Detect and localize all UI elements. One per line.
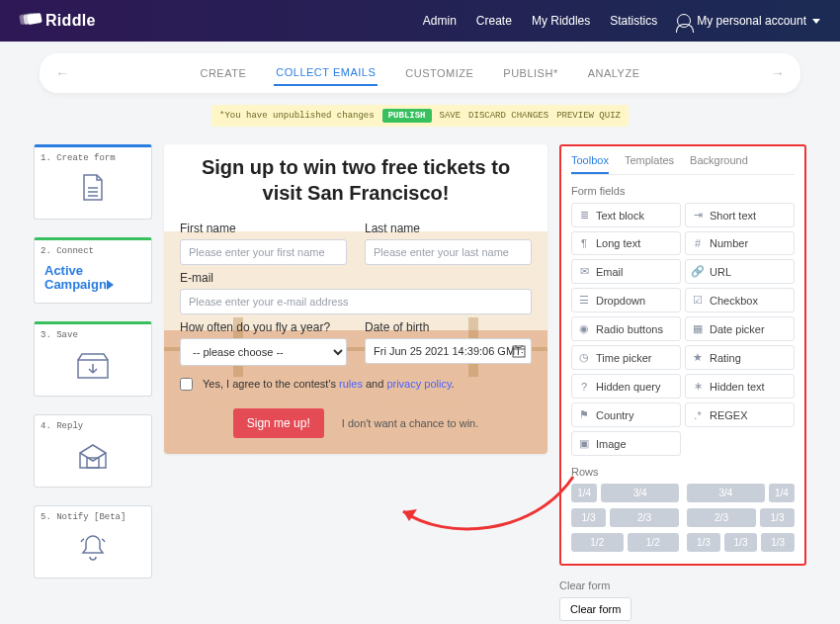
field-hidden-query[interactable]: ?Hidden query <box>571 374 681 399</box>
step-title: 4. Reply <box>41 421 145 431</box>
user-icon <box>677 14 691 28</box>
field-icon: ◉ <box>578 322 590 335</box>
calendar-icon[interactable] <box>512 344 526 358</box>
discard-button[interactable]: DISCARD CHANGES <box>468 111 548 121</box>
frequency-select[interactable]: -- please choose -- <box>180 338 347 366</box>
field-icon: # <box>692 237 704 249</box>
step-title: 2. Connect <box>41 246 145 256</box>
row-layout[interactable]: 1/21/2 <box>571 533 679 552</box>
step-create-form[interactable]: 1. Create form <box>34 144 152 220</box>
tab-collect-emails[interactable]: COLLECT EMAILS <box>274 60 378 86</box>
brand-icon <box>20 14 40 28</box>
account-menu[interactable]: My personal account <box>677 14 820 28</box>
field-time-picker[interactable]: ◷Time picker <box>571 345 681 370</box>
clear-form-button[interactable]: Clear form <box>559 597 631 621</box>
decline-link[interactable]: I don't want a chance to win. <box>342 417 478 429</box>
chevron-down-icon <box>812 19 820 24</box>
consent-row: Yes, I agree to the contest's rules and … <box>180 378 532 391</box>
consent-checkbox[interactable] <box>180 378 193 391</box>
publish-button[interactable]: PUBLISH <box>382 109 432 123</box>
step-save[interactable]: 3. Save <box>34 321 152 397</box>
row-line: 1/43/43/41/4 <box>571 484 795 502</box>
preview-quiz-button[interactable]: PREVIEW QUIZ <box>556 111 621 121</box>
toolbox-tab-templates[interactable]: Templates <box>625 154 674 174</box>
envelope-open-icon <box>41 437 145 477</box>
tab-analyze[interactable]: ANALYZE <box>586 61 642 85</box>
tab-next-button[interactable]: → <box>771 65 785 81</box>
field-icon: ★ <box>692 351 704 364</box>
field-grid: ≣Text block⇥Short text¶Long text#Number✉… <box>571 203 795 456</box>
field-dropdown[interactable]: ☰Dropdown <box>571 288 681 312</box>
row-layout[interactable]: 3/41/4 <box>687 484 795 502</box>
nav-right: Admin Create My Riddles Statistics My pe… <box>423 14 820 28</box>
step-reply[interactable]: 4. Reply <box>34 414 152 488</box>
field-radio-buttons[interactable]: ◉Radio buttons <box>571 316 681 341</box>
field-label: Number <box>710 237 748 249</box>
first-name-input[interactable] <box>180 239 347 265</box>
tab-customize[interactable]: CUSTOMIZE <box>403 61 475 85</box>
brand-text: Riddle <box>45 12 96 30</box>
brand[interactable]: Riddle <box>20 12 96 30</box>
row-layout[interactable]: 1/31/31/3 <box>687 533 795 552</box>
submit-button[interactable]: Sign me up! <box>233 408 324 438</box>
step-notify[interactable]: 5. Notify [Beta] <box>34 505 152 579</box>
field-icon: 🔗 <box>692 265 704 278</box>
page: ← CREATE COLLECT EMAILS CUSTOMIZE PUBLIS… <box>0 42 840 624</box>
step-title: 1. Create form <box>41 153 145 163</box>
field-checkbox[interactable]: ☑Checkbox <box>685 288 795 312</box>
email-input[interactable] <box>180 289 532 314</box>
field-label: Country <box>596 409 634 421</box>
row-layout[interactable]: 2/31/3 <box>687 508 795 527</box>
toolbox-tab-toolbox[interactable]: Toolbox <box>571 154 609 174</box>
field-country[interactable]: ⚑Country <box>571 402 681 427</box>
tab-publish[interactable]: PUBLISH* <box>501 61 559 85</box>
field-text-block[interactable]: ≣Text block <box>571 203 681 227</box>
field-rating[interactable]: ★Rating <box>685 345 795 370</box>
field-url[interactable]: 🔗URL <box>685 259 795 284</box>
field-date-picker[interactable]: ▦Date picker <box>685 316 795 341</box>
row-line: 1/21/21/31/31/3 <box>571 533 795 552</box>
step-title: 5. Notify [Beta] <box>41 512 145 522</box>
row-line: 1/32/32/31/3 <box>571 508 795 527</box>
row-chip: 1/3 <box>724 533 758 552</box>
rules-link[interactable]: rules <box>339 378 363 390</box>
steps-sidebar: 1. Create form 2. Connect ActiveCampaign… <box>34 144 152 579</box>
dob-input[interactable] <box>365 338 532 364</box>
tab-prev-button[interactable]: ← <box>55 65 69 81</box>
row-layout[interactable]: 1/32/3 <box>571 508 679 527</box>
row-layout[interactable]: 1/43/4 <box>571 484 679 502</box>
activecampaign-logo: ActiveCampaign <box>41 262 145 293</box>
field-short-text[interactable]: ⇥Short text <box>685 203 795 227</box>
field-long-text[interactable]: ¶Long text <box>571 231 681 255</box>
nav-create[interactable]: Create <box>476 14 512 28</box>
field-label: Rating <box>710 352 741 364</box>
toolbox-tabs: Toolbox Templates Background <box>571 154 795 175</box>
field-icon: ◷ <box>578 351 590 364</box>
save-button[interactable]: SAVE <box>440 111 462 121</box>
privacy-link[interactable]: privacy policy <box>386 378 451 390</box>
field-icon: ☰ <box>578 294 590 307</box>
row-chip: 2/3 <box>610 508 679 527</box>
row-chip: 1/2 <box>571 533 624 552</box>
last-name-input[interactable] <box>365 239 532 265</box>
tab-create[interactable]: CREATE <box>198 61 248 85</box>
form-fields-header: Form fields <box>571 185 795 197</box>
field-label: Text block <box>596 210 644 222</box>
nav-my-riddles[interactable]: My Riddles <box>532 14 590 28</box>
nav-admin[interactable]: Admin <box>423 14 457 28</box>
field-regex[interactable]: .*REGEX <box>685 402 795 427</box>
field-label: Checkbox <box>710 295 758 307</box>
field-image[interactable]: ▣Image <box>571 431 681 456</box>
field-icon: ✉ <box>578 265 590 278</box>
toolbox-tab-background[interactable]: Background <box>690 154 748 174</box>
row-chip: 3/4 <box>601 484 679 502</box>
step-connect[interactable]: 2. Connect ActiveCampaign <box>34 237 152 304</box>
field-number[interactable]: #Number <box>685 231 795 255</box>
field-email[interactable]: ✉Email <box>571 259 681 284</box>
top-nav: Riddle Admin Create My Riddles Statistic… <box>0 0 840 42</box>
right-panel: Toolbox Templates Background Form fields… <box>559 144 806 624</box>
nav-statistics[interactable]: Statistics <box>610 14 657 28</box>
field-icon: ▦ <box>692 322 704 335</box>
field-hidden-text[interactable]: ∗Hidden text <box>685 374 795 399</box>
unsaved-changes-bar: *You have unpublished changes PUBLISH SA… <box>211 105 629 127</box>
